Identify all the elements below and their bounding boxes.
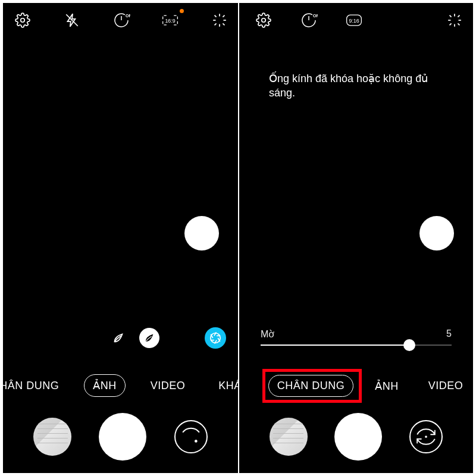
top-toolbar: OFF 9:16 bbox=[239, 3, 473, 37]
svg-line-33 bbox=[458, 15, 459, 17]
svg-line-32 bbox=[450, 23, 452, 25]
aspect-ratio-icon[interactable]: 9:16 bbox=[345, 11, 363, 29]
gallery-thumbnail-button[interactable] bbox=[33, 418, 71, 456]
slider-fill bbox=[261, 345, 409, 346]
flash-off-icon[interactable] bbox=[63, 11, 81, 29]
svg-point-21 bbox=[262, 18, 266, 23]
beauty-filled-icon[interactable] bbox=[139, 328, 159, 348]
svg-point-0 bbox=[21, 18, 25, 23]
svg-point-34 bbox=[425, 436, 427, 438]
timer-off-icon[interactable]: OFF bbox=[112, 11, 130, 29]
filters-aperture-icon[interactable] bbox=[205, 327, 226, 349]
mode-photo[interactable]: ẢNH bbox=[84, 374, 126, 397]
svg-line-28 bbox=[450, 15, 452, 17]
camera-screen-left: OFF 16:9 bbox=[3, 3, 238, 473]
ratio-indicator-dot bbox=[180, 9, 184, 13]
svg-line-8 bbox=[223, 23, 224, 25]
mode-tabs: CHÂN DUNG ẢNH VIDEO bbox=[239, 375, 473, 397]
settings-icon[interactable] bbox=[14, 11, 32, 29]
svg-line-12 bbox=[223, 15, 224, 17]
viewfinder[interactable] bbox=[3, 36, 238, 357]
blur-slider[interactable]: Mờ 5 bbox=[261, 328, 452, 346]
svg-line-7 bbox=[215, 15, 217, 17]
top-toolbar: OFF 16:9 bbox=[3, 3, 238, 37]
mode-portrait[interactable]: CHÂN DUNG bbox=[0, 375, 67, 396]
timer-off-icon[interactable]: OFF bbox=[300, 11, 318, 29]
slider-label-left: Mờ bbox=[261, 328, 274, 340]
aspect-ratio-icon[interactable]: 16:9 bbox=[161, 11, 179, 29]
shutter-button[interactable] bbox=[334, 413, 382, 461]
beauty-tools-row bbox=[3, 327, 238, 357]
beauty-outline-icon[interactable] bbox=[108, 328, 129, 348]
shutter-button[interactable] bbox=[99, 413, 146, 461]
svg-text:16:9: 16:9 bbox=[165, 18, 176, 24]
bottom-controls bbox=[3, 410, 238, 464]
mode-video[interactable]: VIDEO bbox=[142, 375, 194, 396]
svg-text:OFF: OFF bbox=[126, 14, 130, 18]
svg-line-29 bbox=[458, 23, 459, 25]
mode-portrait[interactable]: CHÂN DUNG bbox=[268, 375, 354, 397]
bottom-controls bbox=[239, 410, 473, 464]
sparkle-icon[interactable] bbox=[211, 11, 228, 29]
svg-text:9:16: 9:16 bbox=[349, 18, 359, 24]
settings-icon[interactable] bbox=[255, 11, 273, 29]
gallery-thumbnail-button[interactable] bbox=[270, 418, 308, 456]
floating-shutter-button[interactable] bbox=[419, 216, 454, 250]
svg-text:OFF: OFF bbox=[313, 14, 318, 18]
lens-warning-text: Ống kính đã khóa hoặc không đủ sáng. bbox=[269, 71, 449, 101]
camera-screen-right: OFF 9:16 Ống kính đã khóa hoặc không đủ … bbox=[238, 3, 473, 473]
sparkle-icon[interactable] bbox=[446, 11, 464, 29]
slider-thumb[interactable] bbox=[403, 339, 415, 351]
svg-line-11 bbox=[215, 23, 217, 25]
mode-photo[interactable]: ẢNH bbox=[367, 375, 407, 397]
switch-camera-button[interactable] bbox=[174, 420, 208, 453]
svg-point-20 bbox=[195, 440, 198, 443]
switch-camera-button[interactable] bbox=[409, 420, 443, 453]
mode-video[interactable]: VIDEO bbox=[420, 375, 472, 396]
floating-shutter-button[interactable] bbox=[184, 216, 219, 250]
slider-label-right: 5 bbox=[446, 328, 452, 340]
mode-tabs: CHÂN DUNG ẢNH VIDEO KHÁC bbox=[3, 374, 238, 397]
slider-track[interactable] bbox=[261, 345, 452, 346]
